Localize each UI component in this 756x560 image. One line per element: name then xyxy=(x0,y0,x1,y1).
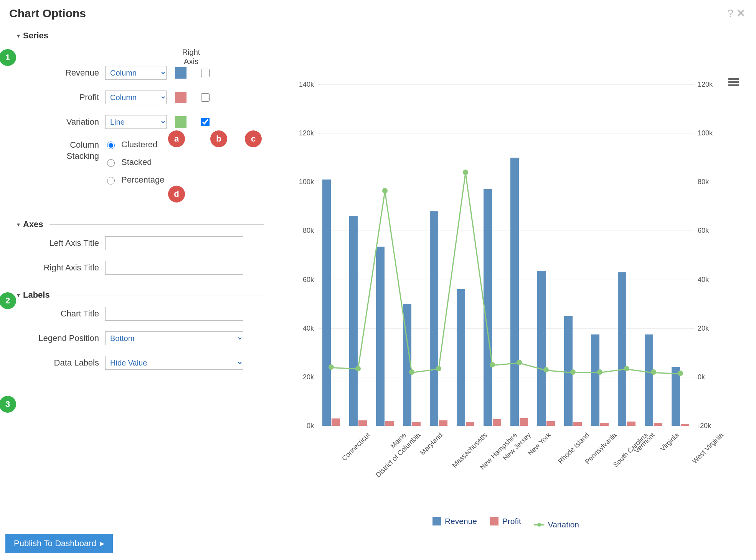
annotation-3: 3 xyxy=(0,396,16,413)
chart-menu-icon[interactable] xyxy=(728,77,739,87)
publish-to-dashboard-button[interactable]: Publish To Dashboard ▶ xyxy=(5,534,113,553)
left-axis-title-label: Left Axis Title xyxy=(26,238,105,248)
legend-variation-swatch xyxy=(534,524,544,525)
stacking-stacked-label: Stacked xyxy=(121,157,152,167)
chevron-down-icon[interactable]: ▾ xyxy=(17,221,20,228)
legend-variation-label: Variation xyxy=(548,520,579,529)
legend-revenue-swatch xyxy=(432,517,441,525)
stacking-stacked-radio[interactable] xyxy=(107,159,115,167)
legend-position-label: Legend Position xyxy=(26,333,105,343)
divider xyxy=(56,295,264,295)
annotation-1: 1 xyxy=(0,49,16,66)
chart-legend: Revenue Profit Variation xyxy=(291,517,721,530)
series-profit-right-axis-checkbox[interactable] xyxy=(201,93,210,102)
close-icon[interactable]: ✕ xyxy=(736,7,745,20)
chart-plot: 0k20k40k60k80k100k120k140k-20k0k20k40k60… xyxy=(318,84,694,426)
chart-title-label: Chart Title xyxy=(26,309,105,319)
help-icon[interactable]: ? xyxy=(727,7,733,20)
series-revenue-right-axis-checkbox[interactable] xyxy=(201,69,210,77)
chevron-right-icon: ▶ xyxy=(100,540,104,547)
stacking-percentage-radio[interactable] xyxy=(107,177,115,184)
stacking-clustered-radio[interactable] xyxy=(107,142,115,149)
series-revenue-color-swatch[interactable] xyxy=(175,67,187,79)
right-axis-title-label: Right Axis Title xyxy=(26,263,105,273)
legend-profit-swatch xyxy=(490,517,498,525)
series-profit-type-select[interactable]: Column xyxy=(105,91,167,104)
chart-title-input[interactable] xyxy=(105,307,243,321)
legend-position-select[interactable]: Bottom xyxy=(105,331,243,345)
legend-profit-label: Profit xyxy=(502,517,521,526)
annotation-d: d xyxy=(168,186,185,203)
annotation-2: 2 xyxy=(0,292,16,309)
publish-label: Publish To Dashboard xyxy=(14,539,96,548)
series-variation-type-select[interactable]: Line xyxy=(105,115,167,129)
stacking-percentage-label: Percentage xyxy=(121,175,165,185)
column-stacking-label: ColumnStacking xyxy=(26,140,105,161)
data-labels-select[interactable]: Hide Value xyxy=(105,356,243,370)
left-axis-title-input[interactable] xyxy=(105,236,243,250)
data-labels-label: Data Labels xyxy=(26,358,105,368)
series-variation-right-axis-checkbox[interactable] xyxy=(201,118,210,126)
legend-revenue-label: Revenue xyxy=(445,517,477,526)
divider xyxy=(54,36,264,36)
stacking-clustered-label: Clustered xyxy=(121,140,157,150)
section-axes-title: Axes xyxy=(23,219,43,229)
chevron-down-icon[interactable]: ▾ xyxy=(17,32,20,40)
series-profit-label: Profit xyxy=(26,92,105,102)
right-axis-title-input[interactable] xyxy=(105,261,243,275)
series-variation-label: Variation xyxy=(26,117,105,127)
series-revenue-label: Revenue xyxy=(26,68,105,78)
chevron-down-icon[interactable]: ▾ xyxy=(17,292,20,299)
page-title: Chart Options xyxy=(9,7,747,20)
series-profit-color-swatch[interactable] xyxy=(175,92,187,103)
right-axis-header: RightAxis xyxy=(176,48,206,66)
section-series-title: Series xyxy=(23,31,48,41)
series-variation-color-swatch[interactable] xyxy=(175,116,187,128)
chart-area: 0k20k40k60k80k100k120k140k-20k0k20k40k60… xyxy=(291,81,721,456)
section-labels-title: Labels xyxy=(23,290,50,300)
divider xyxy=(50,224,264,225)
series-revenue-type-select[interactable]: Column xyxy=(105,66,167,80)
